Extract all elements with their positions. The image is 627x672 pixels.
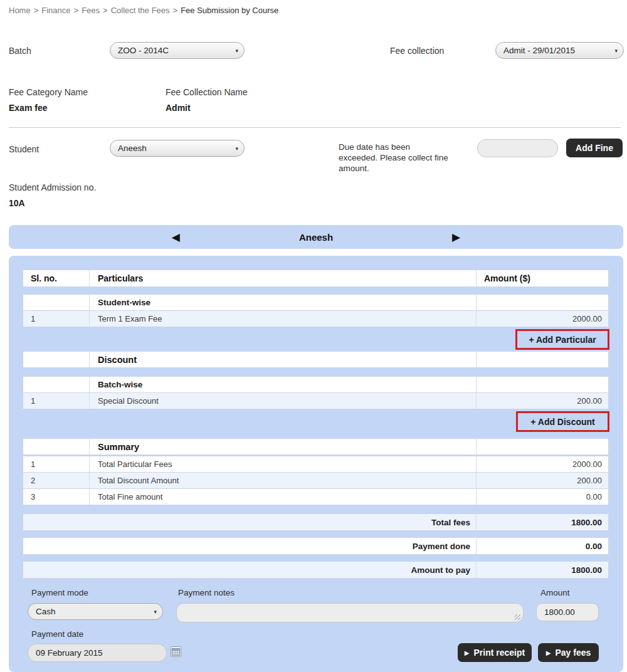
admission-no-value: 10A	[9, 198, 25, 208]
breadcrumb-separator: >	[31, 6, 42, 15]
fee-collection-label: Fee collection	[390, 46, 444, 56]
calendar-glyph	[172, 648, 180, 656]
total-fees-label: Total fees	[23, 514, 477, 530]
payment-date-label: Payment date	[31, 629, 83, 639]
table-row: 2 Total Discount Amount 200.00	[23, 472, 609, 489]
row-sl: 1	[23, 393, 90, 409]
student-select[interactable]: Aneesh ▾	[110, 140, 245, 157]
payment-amount-input[interactable]	[536, 603, 599, 621]
play-icon: ▶	[465, 649, 470, 656]
group-header-row: Student-wise	[23, 294, 609, 311]
group-header-row: Batch-wise	[23, 376, 609, 393]
amount-to-pay-bar: Amount to pay 1800.00	[23, 561, 609, 579]
fee-collection-name-value: Admit	[166, 103, 191, 113]
payment-mode-label: Payment mode	[31, 588, 88, 597]
row-sl: 2	[23, 473, 90, 488]
amount-to-pay-amount: 1800.00	[477, 562, 608, 578]
breadcrumb: Home>Finance>Fees>Collect the Fees>Fee S…	[9, 6, 278, 15]
fee-collection-select-value: Admit - 29/01/2015	[503, 46, 575, 55]
row-particular: Total Fine amount	[90, 489, 477, 505]
total-fees-amount: 1800.00	[477, 514, 608, 530]
table-row: 1 Total Particular Fees 2000.00	[23, 456, 609, 473]
prev-student-icon[interactable]: ◀	[172, 232, 180, 243]
fee-collection-name-label: Fee Collection Name	[166, 87, 248, 97]
row-amount: 2000.00	[477, 456, 608, 472]
payment-date-input[interactable]	[28, 644, 167, 662]
chevron-down-icon: ▾	[235, 145, 238, 152]
breadcrumb-current: Fee Submission by Course	[181, 6, 278, 15]
chevron-down-icon: ▾	[235, 48, 238, 54]
fee-category-name-label: Fee Category Name	[9, 87, 88, 97]
amount-to-pay-label: Amount to pay	[23, 562, 477, 578]
payment-notes-wrap	[176, 603, 524, 622]
breadcrumb-fees[interactable]: Fees	[82, 6, 100, 15]
header-particulars: Particulars	[90, 270, 477, 286]
fee-submission-page: Home>Finance>Fees>Collect the Fees>Fee S…	[0, 0, 627, 672]
batch-select-value: ZOO - 2014C	[118, 46, 169, 55]
header-sl-no: Sl. no.	[23, 270, 90, 286]
admission-no-label: Student Admission no.	[9, 182, 96, 192]
breadcrumb-separator: >	[170, 6, 181, 15]
breadcrumb-separator: >	[71, 6, 82, 15]
breadcrumb-collect-fees[interactable]: Collect the Fees	[111, 6, 170, 15]
pay-fees-button[interactable]: ▶ Pay fees	[538, 643, 599, 662]
summary-rows: 1 Total Particular Fees 2000.00 2 Total …	[23, 456, 609, 505]
table-row: 1 Special Discount 200.00	[23, 392, 609, 409]
row-sl: 1	[23, 456, 90, 472]
section-title-row: Summary	[23, 438, 609, 455]
group-label-batch-wise: Batch-wise	[90, 377, 477, 392]
amount-label: Amount	[540, 588, 570, 597]
print-receipt-button[interactable]: ▶ Print receipt	[458, 643, 532, 662]
play-icon: ▶	[546, 649, 551, 656]
table-row: 3 Total Fine amount 0.00	[23, 488, 609, 505]
payment-done-label: Payment done	[23, 538, 477, 554]
batch-label: Batch	[9, 46, 31, 56]
current-student-name: Aneesh	[299, 232, 333, 243]
row-particular: Total Particular Fees	[90, 456, 477, 472]
fine-amount-input[interactable]	[477, 139, 558, 157]
chevron-down-icon: ▾	[614, 48, 618, 54]
print-receipt-label: Print receipt	[474, 648, 525, 658]
summary-section-title: Summary	[90, 439, 477, 454]
discount-group: Batch-wise 1 Special Discount 200.00	[23, 376, 609, 409]
table-row: 1 Term 1 Exam Fee 2000.00	[23, 310, 609, 327]
breadcrumb-finance[interactable]: Finance	[41, 6, 70, 15]
chevron-down-icon: ▾	[154, 609, 157, 615]
section-divider	[9, 127, 621, 128]
fees-table-header: Sl. no. Particulars Amount ($)	[23, 270, 609, 287]
row-amount: 0.00	[477, 489, 608, 505]
student-label: Student	[9, 144, 39, 154]
payment-mode-value: Cash	[36, 607, 56, 616]
table-header-row: Sl. no. Particulars Amount ($)	[23, 270, 609, 287]
batch-select[interactable]: ZOO - 2014C ▾	[110, 42, 245, 59]
row-particular: Special Discount	[90, 393, 477, 409]
pay-fees-label: Pay fees	[555, 648, 591, 658]
payment-notes-label: Payment notes	[178, 588, 234, 597]
payment-notes-input[interactable]	[176, 603, 524, 622]
student-nav-bar: ◀ Aneesh ▶	[9, 225, 623, 249]
fee-collection-select[interactable]: Admit - 29/01/2015 ▾	[495, 42, 624, 59]
fee-category-name-value: Exam fee	[9, 103, 47, 113]
header-amount: Amount ($)	[477, 270, 608, 286]
add-particular-button[interactable]: + Add Particular	[515, 329, 609, 350]
row-amount: 2000.00	[477, 311, 608, 327]
add-fine-button[interactable]: Add Fine	[566, 139, 623, 157]
payment-done-bar: Payment done 0.00	[23, 537, 609, 555]
row-sl: 1	[23, 311, 90, 327]
payment-mode-select[interactable]: Cash ▾	[28, 603, 163, 620]
discount-section-title: Discount	[90, 352, 477, 367]
student-select-value: Aneesh	[118, 144, 147, 153]
row-sl: 3	[23, 489, 90, 505]
next-student-icon[interactable]: ▶	[452, 232, 460, 243]
fees-panel: Sl. no. Particulars Amount ($) Student-w…	[9, 256, 623, 672]
breadcrumb-separator: >	[100, 6, 111, 15]
particulars-group: Student-wise 1 Term 1 Exam Fee 2000.00	[23, 294, 609, 327]
breadcrumb-home[interactable]: Home	[9, 6, 31, 15]
add-discount-button[interactable]: + Add Discount	[516, 411, 609, 432]
group-label-student-wise: Student-wise	[90, 295, 477, 310]
calendar-icon[interactable]	[171, 646, 181, 657]
summary-block: Summary	[23, 438, 609, 455]
row-amount: 200.00	[477, 393, 608, 409]
row-particular: Total Discount Amount	[90, 473, 477, 488]
row-particular: Term 1 Exam Fee	[90, 311, 477, 327]
